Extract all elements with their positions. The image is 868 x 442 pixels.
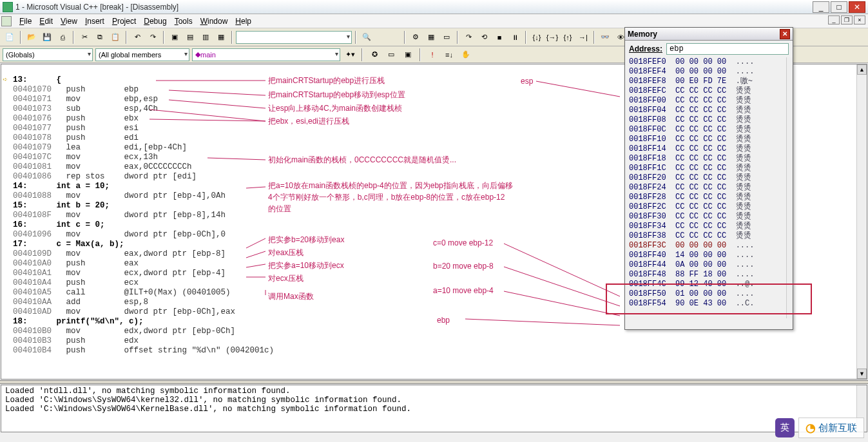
menu-window[interactable]: Window <box>197 15 232 27</box>
scope-combo[interactable]: (Globals) <box>3 48 93 61</box>
menu-edit[interactable]: Edit <box>35 15 57 27</box>
mdi-minimize-button[interactable]: _ <box>828 15 840 24</box>
window-title: 1 - Microsoft Visual C++ [break] - [Disa… <box>15 3 811 12</box>
open-button[interactable]: 📂 <box>24 30 39 44</box>
memory-window[interactable]: Memory ✕ Address: 0018FEF0 00 00 00 00 .… <box>624 27 793 330</box>
menu-tools[interactable]: Tools <box>171 15 197 27</box>
cut-button[interactable]: ✂ <box>77 30 92 44</box>
paste-button[interactable]: 📋 <box>108 30 122 44</box>
step-out-button[interactable]: {↑} <box>561 30 575 44</box>
workspace-button[interactable]: ▣ <box>168 30 182 44</box>
memory-grid[interactable]: 0018FEF0 00 00 00 00 ....0018FEF4 00 00 … <box>625 57 793 318</box>
quickwatch-button[interactable]: 👓 <box>598 30 612 44</box>
break-button[interactable]: ⏸ <box>508 30 522 44</box>
memory-row[interactable]: 0018FF20 CC CC CC CC 烫烫 <box>629 173 789 183</box>
memory-row[interactable]: 0018FF50 01 00 00 00 .... <box>629 289 789 299</box>
memory-row[interactable]: 0018FF38 CC CC CC CC 烫烫 <box>629 231 789 241</box>
splitter[interactable] <box>0 380 868 384</box>
memory-row[interactable]: 0018FEF4 00 00 00 00 .... <box>629 67 789 77</box>
excl-button[interactable]: ! <box>425 48 439 62</box>
stop-build-button[interactable]: ▭ <box>439 30 454 44</box>
menu-view[interactable]: View <box>57 15 81 27</box>
code-vscroll[interactable]: ▲ ▼ <box>856 64 867 379</box>
memory-row[interactable]: 0018FF44 0A 00 00 00 .... <box>629 260 789 270</box>
close-button[interactable]: ✕ <box>849 1 865 13</box>
maximize-button[interactable]: □ <box>831 1 847 13</box>
memory-row[interactable]: 0018FF18 CC CC CC CC 烫烫 <box>629 154 789 164</box>
go-button[interactable]: ↷ <box>461 30 476 44</box>
resource-button[interactable]: ▤ <box>183 30 197 44</box>
memory-row[interactable]: 0018FEF8 00 E0 FD 7E .嗷~ <box>629 77 789 86</box>
memory-row[interactable]: 0018FF2C CC CC CC CC 烫烫 <box>629 202 789 212</box>
memory-row[interactable]: 0018FF3C 00 00 00 00 .... <box>629 241 789 251</box>
memory-row[interactable]: 0018FF04 CC CC CC CC 烫烫 <box>629 106 789 115</box>
memory-row[interactable]: 0018FF08 CC CC CC CC 烫烫 <box>629 115 789 125</box>
list-button[interactable]: ≡↓ <box>442 48 456 62</box>
run-to-cursor-button[interactable]: →| <box>576 30 590 44</box>
memory-row[interactable]: 0018FF30 CC CC CC CC 烫烫 <box>629 212 789 222</box>
memory-row[interactable]: 0018FF40 14 00 00 00 .... <box>629 251 789 260</box>
c-label: c=0 move ebp-12 <box>433 238 493 247</box>
annotation: 把实参a=10移动到ecx <box>268 260 344 271</box>
memory-row[interactable]: 0018FF1C CC CC CC CC 烫烫 <box>629 164 789 173</box>
memory-close-button[interactable]: ✕ <box>780 29 790 39</box>
save-all-button[interactable]: ⎙ <box>55 30 70 44</box>
build-button[interactable]: ▦ <box>424 30 438 44</box>
scroll-down-icon[interactable]: ▼ <box>857 369 867 379</box>
copy-button[interactable]: ⧉ <box>93 30 107 44</box>
memory-row[interactable]: 0018FF24 CC CC CC CC 烫烫 <box>629 183 789 193</box>
output-button[interactable]: ▥ <box>198 30 213 44</box>
save-button[interactable]: 💾 <box>40 30 54 44</box>
goto-button[interactable]: ✪ <box>367 48 381 62</box>
memory-row[interactable]: 0018FF0C CC CC CC CC 烫烫 <box>629 125 789 135</box>
memory-vscroll[interactable] <box>786 57 793 318</box>
memory-row[interactable]: 0018FEFC CC CC CC CC 烫烫 <box>629 86 789 96</box>
members-combo[interactable]: (All global members <box>95 48 189 61</box>
memory-row[interactable]: 0018FF54 90 0E 43 00 ..C. <box>629 299 789 309</box>
memory-row[interactable]: 0018FEF0 00 00 00 00 .... <box>629 57 789 67</box>
window-list-button[interactable]: ▦ <box>214 30 228 44</box>
step-over-button[interactable]: {→} <box>545 30 559 44</box>
find-button[interactable]: 🔍 <box>360 30 374 44</box>
undo-button[interactable]: ↶ <box>130 30 144 44</box>
memory-title-bar[interactable]: Memory ✕ <box>625 28 793 41</box>
address-input[interactable] <box>666 43 789 55</box>
annotation: 对ecx压栈 <box>268 273 304 284</box>
redo-button[interactable]: ↷ <box>146 30 160 44</box>
restart-button[interactable]: ⟲ <box>477 30 491 44</box>
output-line: Loaded 'C:\Windows\SysWOW64\KernelBase.d… <box>5 405 863 414</box>
memory-row[interactable]: 0018FF4C 99 12 40 00 ..@. <box>629 280 789 289</box>
menu-insert[interactable]: Insert <box>81 15 108 27</box>
mdi-close-button[interactable]: × <box>854 15 865 24</box>
compile-button[interactable]: ⚙ <box>409 30 423 44</box>
doc-icon <box>1 16 12 26</box>
memory-row[interactable]: 0018FF00 CC CC CC CC 烫烫 <box>629 96 789 106</box>
stop-debug-button[interactable]: ■ <box>492 30 506 44</box>
watermark-logo: ◔创新互联 <box>798 418 864 438</box>
new-button[interactable]: 📄 <box>3 30 17 44</box>
output-pane[interactable]: Loaded 'ntdll.dll', no matching symbolic… <box>1 385 867 432</box>
memory-row[interactable]: 0018FF48 88 FF 18 00 .... <box>629 270 789 280</box>
app-icon <box>3 2 13 12</box>
props-button[interactable]: ▣ <box>401 48 415 62</box>
hand-button[interactable]: ✋ <box>459 48 473 62</box>
find-combo[interactable] <box>236 31 352 44</box>
memory-row[interactable]: 0018FF10 CC CC CC CC 烫烫 <box>629 135 789 144</box>
memory-row[interactable]: 0018FF34 CC CC CC CC 烫烫 <box>629 222 789 231</box>
wizard-button[interactable]: ✦▾ <box>343 48 357 62</box>
bookmark-button[interactable]: ▭ <box>384 48 398 62</box>
output-line: Loaded 'ntdll.dll', no matching symbolic… <box>5 387 863 396</box>
mdi-restore-button[interactable]: ❐ <box>841 15 853 24</box>
minimize-button[interactable]: _ <box>813 1 829 13</box>
memory-title: Memory <box>628 30 657 39</box>
memory-row[interactable]: 0018FF14 CC CC CC CC 烫烫 <box>629 144 789 154</box>
menu-help[interactable]: Help <box>231 15 255 27</box>
menu-debug[interactable]: Debug <box>140 15 170 27</box>
annotation: 让esp向上移动4C,为main函数创建栈桢 <box>268 103 402 114</box>
step-into-button[interactable]: {↓} <box>530 30 544 44</box>
menu-file[interactable]: File <box>15 15 35 27</box>
memory-row[interactable]: 0018FF28 CC CC CC CC 烫烫 <box>629 193 789 202</box>
function-combo[interactable]: ◆ main <box>192 48 340 61</box>
scroll-up-icon[interactable]: ▲ <box>857 64 867 75</box>
menu-project[interactable]: Project <box>108 15 140 27</box>
